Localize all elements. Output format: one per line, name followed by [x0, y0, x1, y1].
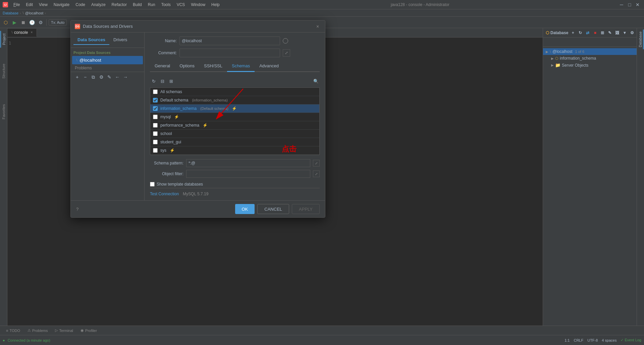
problems-tab[interactable]: ⚠ Problems [24, 327, 51, 334]
schema-row-student-gui[interactable]: student_gui [150, 138, 319, 146]
settings-datasource-btn[interactable]: ⚙ [98, 73, 105, 81]
menu-run[interactable]: Run [145, 2, 158, 8]
object-filter-input[interactable] [186, 170, 310, 178]
forward-btn[interactable]: → [122, 73, 129, 81]
status-position[interactable]: 1:1 [565, 338, 570, 342]
schema-cb-school[interactable] [153, 131, 158, 136]
schema-cb-sys[interactable] [153, 148, 158, 153]
settings-btn[interactable]: ⚙ [37, 19, 44, 26]
clock-btn[interactable]: 🕐 [28, 19, 36, 26]
db-edit-btn[interactable]: ✎ [606, 29, 613, 36]
minimize-btn[interactable]: ─ [618, 1, 625, 8]
schema-cb-mysql[interactable] [153, 115, 158, 119]
close-tab-btn[interactable]: × [31, 30, 33, 34]
name-radio[interactable] [283, 38, 288, 44]
schema-cb-default[interactable] [153, 98, 158, 102]
server-objects-item[interactable]: ▶ 📁 Server Objects [543, 62, 637, 69]
object-filter-expand-btn[interactable]: ⤢ [313, 170, 320, 177]
schemas-tab[interactable]: Schemas [227, 61, 255, 72]
schema-row-all[interactable]: All schemas [150, 88, 319, 96]
breadcrumb-host[interactable]: @localhost [25, 11, 44, 15]
tab-drivers[interactable]: Drivers [109, 35, 131, 45]
pattern-input[interactable] [186, 159, 310, 167]
name-input[interactable] [179, 37, 280, 45]
menu-navigate[interactable]: Navigate [51, 2, 72, 8]
menu-refactor[interactable]: Refactor [109, 2, 129, 8]
comment-expand-btn[interactable]: ⤢ [283, 49, 290, 57]
menu-build[interactable]: Build [130, 2, 145, 8]
ssh-ssl-tab[interactable]: SSH/SSL [199, 61, 227, 72]
db-filter-btn[interactable]: ▼ [621, 29, 628, 36]
tx-label[interactable]: Tx: Auto [49, 19, 67, 25]
status-indent[interactable]: 4 spaces [602, 338, 616, 342]
schema-cb-all[interactable] [153, 89, 158, 94]
schema-cb-information[interactable] [153, 106, 158, 111]
schema-cb-performance[interactable] [153, 123, 158, 128]
options-tab[interactable]: Options [175, 61, 199, 72]
edit-datasource-btn[interactable]: ✎ [106, 73, 113, 81]
schema-row-mysql[interactable]: mysql ⚡ [150, 113, 319, 121]
todo-tab[interactable]: ≡ TODO [3, 327, 23, 334]
remove-datasource-btn[interactable]: − [82, 73, 89, 81]
db-add-btn[interactable]: + [570, 29, 576, 36]
copy-datasource-btn[interactable]: ⧉ [90, 73, 97, 81]
db-host-item[interactable]: ▶ ⧵ @localhost 1 of 6 [543, 48, 637, 55]
menu-view[interactable]: View [36, 2, 50, 8]
help-btn[interactable]: ? [76, 207, 78, 212]
general-tab[interactable]: General [150, 61, 175, 72]
db-settings-btn[interactable]: ⚙ [629, 29, 635, 36]
favorites-panel-tab[interactable]: Favorites [1, 101, 7, 122]
breadcrumb-database[interactable]: Database [3, 11, 18, 15]
problems-sidebar-item[interactable]: Problems [71, 64, 144, 72]
advanced-tab[interactable]: Advanced [255, 61, 283, 72]
test-connection-link[interactable]: Test Connection [150, 192, 179, 196]
ok-button[interactable]: OK [235, 204, 255, 214]
dialog-close-btn[interactable]: × [314, 23, 321, 30]
schemas-expand-btn[interactable]: ⊞ [167, 77, 175, 85]
toolbar-db-icon[interactable]: ⬡ [2, 19, 9, 26]
database-edge-tab[interactable]: Database [638, 29, 644, 49]
db-refresh-btn[interactable]: ↻ [577, 29, 584, 36]
menu-tools[interactable]: Tools [159, 2, 173, 8]
schemas-collapse-btn[interactable]: ⊟ [159, 77, 166, 85]
schemas-search-btn[interactable]: 🔍 [312, 77, 320, 85]
menu-file[interactable]: File [11, 2, 22, 8]
db-image-btn[interactable]: 🖼 [614, 29, 621, 36]
back-btn[interactable]: ← [114, 73, 121, 81]
menu-code[interactable]: Code [73, 2, 88, 8]
db-sync-btn[interactable]: ⇄ [584, 29, 591, 36]
add-datasource-btn[interactable]: + [73, 73, 81, 81]
stop-btn[interactable]: ⏹ [19, 19, 27, 26]
status-encoding[interactable]: UTF-8 [587, 338, 598, 342]
structure-panel-tab[interactable]: Structure [1, 61, 7, 81]
event-log[interactable]: ✓ Event Log [621, 338, 641, 342]
tab-data-sources[interactable]: Data Sources [73, 35, 109, 45]
db-stop-btn[interactable]: ■ [592, 29, 598, 36]
run-btn[interactable]: ▶ [11, 19, 18, 26]
pattern-expand-btn[interactable]: ⤢ [313, 160, 320, 166]
maximize-btn[interactable]: □ [626, 1, 633, 8]
terminal-tab[interactable]: ▷ Terminal [52, 327, 76, 334]
menu-vcs[interactable]: VCS [174, 2, 188, 8]
information-schema-item[interactable]: ▶ ⬡ information_schema [543, 55, 637, 62]
project-panel-tab[interactable]: Project [0, 31, 7, 48]
schema-row-default[interactable]: Default schema (information_schema) [150, 96, 319, 105]
apply-button[interactable]: APPLY [292, 204, 320, 214]
localhost-sidebar-item[interactable]: ⧵ @localhost [72, 56, 143, 64]
schema-row-information[interactable]: information_schema (Default schema) ⚡ [150, 105, 319, 113]
menu-help[interactable]: Help [209, 2, 222, 8]
profiler-tab[interactable]: ◉ Profiler [77, 327, 100, 334]
db-table-btn[interactable]: ⊞ [599, 29, 606, 36]
cancel-button[interactable]: CANCEL [257, 204, 289, 214]
console-tab[interactable]: ⧵ console × [7, 29, 37, 37]
schema-cb-student-gui[interactable] [153, 140, 158, 144]
schema-row-school[interactable]: school [150, 130, 319, 138]
close-btn[interactable]: ✕ [634, 1, 641, 8]
status-line-ending[interactable]: CRLF [574, 338, 583, 342]
template-databases-cb[interactable] [150, 182, 155, 187]
schema-row-sys[interactable]: sys ⚡ [150, 146, 319, 155]
schema-row-performance[interactable]: performance_schema ⚡ [150, 121, 319, 130]
menu-edit[interactable]: Edit [23, 2, 36, 8]
menu-window[interactable]: Window [188, 2, 208, 8]
menu-analyze[interactable]: Analyze [89, 2, 108, 8]
